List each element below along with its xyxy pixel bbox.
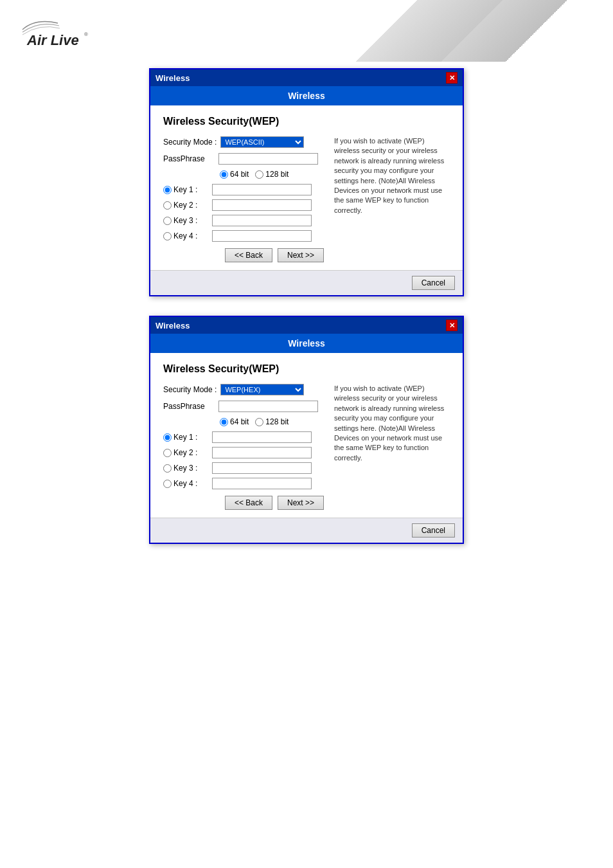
- key3-row-2: Key 3 :: [163, 462, 324, 474]
- titlebar-2: Wireless ✕: [150, 317, 463, 334]
- key1-radio-2[interactable]: [163, 433, 172, 442]
- svg-text:®: ®: [84, 32, 88, 37]
- key4-row-1: Key 4 :: [163, 230, 324, 242]
- key4-input-1[interactable]: [212, 230, 312, 242]
- key1-row-2: Key 1 :: [163, 431, 324, 443]
- key2-row-2: Key 2 :: [163, 447, 324, 458]
- bit-row-2: 64 bit 128 bit: [220, 417, 324, 426]
- bit64-label-2[interactable]: 64 bit: [220, 417, 249, 426]
- key1-radio-label-1[interactable]: Key 1 :: [163, 185, 209, 194]
- header-label-2: Wireless: [288, 338, 324, 348]
- next-button-1[interactable]: Next >>: [278, 248, 324, 262]
- dialog-inner-1: Security Mode : WEP(ASCII) WEP(HEX) WPA-…: [163, 136, 450, 262]
- bit128-radio-1[interactable]: [255, 170, 263, 179]
- bit128-label-1[interactable]: 128 bit: [255, 170, 289, 179]
- passphrase-input-2[interactable]: [218, 401, 318, 412]
- dialog-body-2: Wireless Security(WEP) Security Mode : W…: [150, 353, 463, 518]
- section-title-1: Wireless Security(WEP): [163, 116, 450, 127]
- nav-buttons-2: << Back Next >>: [163, 496, 324, 510]
- dialog-inner-2: Security Mode : WEP(ASCII) WEP(HEX) WPA-…: [163, 384, 450, 510]
- key1-row-1: Key 1 :: [163, 184, 324, 195]
- key3-radio-2[interactable]: [163, 464, 172, 473]
- form-area-1: Security Mode : WEP(ASCII) WEP(HEX) WPA-…: [163, 136, 324, 262]
- section-title-2: Wireless Security(WEP): [163, 363, 450, 375]
- svg-text:Air Live: Air Live: [26, 32, 79, 48]
- key2-input-2[interactable]: [212, 447, 312, 458]
- airlive-logo: Air Live ®: [19, 12, 103, 50]
- key1-radio-1[interactable]: [163, 186, 172, 194]
- key4-radio-2[interactable]: [163, 480, 172, 488]
- key3-row-1: Key 3 :: [163, 215, 324, 226]
- key3-input-2[interactable]: [212, 462, 312, 474]
- key3-radio-label-1[interactable]: Key 3 :: [163, 216, 209, 225]
- logo-area: Air Live ®: [0, 0, 613, 62]
- titlebar-2-label: Wireless: [155, 321, 190, 330]
- dialog-wep-ascii: Wireless ✕ Wireless Wireless Security(WE…: [149, 68, 464, 296]
- form-area-2: Security Mode : WEP(ASCII) WEP(HEX) WPA-…: [163, 384, 324, 510]
- key1-radio-label-2[interactable]: Key 1 :: [163, 433, 209, 442]
- key4-radio-label-2[interactable]: Key 4 :: [163, 479, 209, 488]
- passphrase-label-1: PassPhrase: [163, 154, 215, 163]
- key4-input-2[interactable]: [212, 478, 312, 489]
- security-mode-select-1[interactable]: WEP(ASCII) WEP(HEX) WPA-PSK Disabled: [220, 136, 304, 148]
- dialog-wep-hex: Wireless ✕ Wireless Wireless Security(WE…: [149, 316, 464, 544]
- key2-radio-2[interactable]: [163, 449, 172, 457]
- titlebar-1: Wireless ✕: [150, 69, 463, 86]
- bit128-radio-2[interactable]: [255, 418, 263, 426]
- close-button-2[interactable]: ✕: [446, 320, 458, 331]
- close-button-1[interactable]: ✕: [446, 72, 458, 84]
- key2-radio-label-1[interactable]: Key 2 :: [163, 201, 209, 210]
- key3-radio-1[interactable]: [163, 217, 172, 225]
- key3-radio-label-2[interactable]: Key 3 :: [163, 464, 209, 473]
- back-button-2[interactable]: << Back: [225, 496, 272, 510]
- dialog-footer-1: Cancel: [150, 270, 463, 295]
- passphrase-label-2: PassPhrase: [163, 402, 215, 411]
- bit64-label-1[interactable]: 64 bit: [220, 170, 249, 179]
- header-label-1: Wireless: [288, 91, 324, 101]
- nav-buttons-1: << Back Next >>: [163, 248, 324, 262]
- security-mode-row-2: Security Mode : WEP(ASCII) WEP(HEX) WPA-…: [163, 384, 324, 395]
- security-mode-select-2[interactable]: WEP(ASCII) WEP(HEX) WPA-PSK Disabled: [220, 384, 304, 395]
- titlebar-1-label: Wireless: [155, 73, 190, 83]
- key2-input-1[interactable]: [212, 199, 312, 211]
- key1-input-2[interactable]: [212, 431, 312, 443]
- key4-radio-label-1[interactable]: Key 4 :: [163, 231, 209, 240]
- header-bar-1: Wireless: [150, 86, 463, 105]
- passphrase-input-1[interactable]: [218, 153, 318, 165]
- cancel-button-1[interactable]: Cancel: [412, 276, 455, 290]
- bit-row-1: 64 bit 128 bit: [220, 170, 324, 179]
- help-text-2: If you wish to activate (WEP) wireless s…: [334, 384, 450, 510]
- security-mode-row-1: Security Mode : WEP(ASCII) WEP(HEX) WPA-…: [163, 136, 324, 148]
- header-bar-2: Wireless: [150, 334, 463, 353]
- key3-input-1[interactable]: [212, 215, 312, 226]
- security-mode-label-2: Security Mode :: [163, 385, 217, 394]
- key1-input-1[interactable]: [212, 184, 312, 195]
- bit128-label-2[interactable]: 128 bit: [255, 417, 289, 426]
- key4-radio-1[interactable]: [163, 232, 172, 240]
- key2-radio-1[interactable]: [163, 201, 172, 210]
- passphrase-row-2: PassPhrase: [163, 401, 324, 412]
- page-content: Wireless ✕ Wireless Wireless Security(WE…: [0, 62, 613, 563]
- bit64-radio-2[interactable]: [220, 418, 228, 426]
- passphrase-row-1: PassPhrase: [163, 153, 324, 165]
- back-button-1[interactable]: << Back: [225, 248, 272, 262]
- cancel-button-2[interactable]: Cancel: [412, 523, 455, 538]
- dialog-footer-2: Cancel: [150, 518, 463, 543]
- security-mode-label-1: Security Mode :: [163, 138, 217, 147]
- key4-row-2: Key 4 :: [163, 478, 324, 489]
- key2-radio-label-2[interactable]: Key 2 :: [163, 448, 209, 457]
- help-text-1: If you wish to activate (WEP) wireless s…: [334, 136, 450, 262]
- next-button-2[interactable]: Next >>: [278, 496, 324, 510]
- bit64-radio-1[interactable]: [220, 170, 228, 179]
- key2-row-1: Key 2 :: [163, 199, 324, 211]
- dialog-body-1: Wireless Security(WEP) Security Mode : W…: [150, 105, 463, 270]
